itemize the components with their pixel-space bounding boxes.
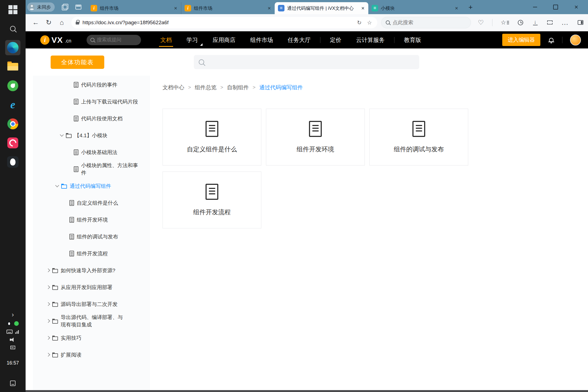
sidebar-item[interactable]: 扩展阅读 <box>33 346 150 363</box>
tab-close-button[interactable]: × <box>454 5 459 11</box>
nav-item[interactable]: 教育版 <box>397 31 428 48</box>
sidebar-item[interactable]: 【4.1】小模块 <box>33 127 150 144</box>
nav-divider <box>320 37 320 43</box>
logo-brand: VX <box>51 35 63 45</box>
chrome-button[interactable] <box>5 116 20 131</box>
wechat-tray-icon[interactable] <box>14 321 19 326</box>
chevron-down-icon[interactable] <box>55 183 59 187</box>
lock-icon[interactable] <box>76 22 79 24</box>
sidebar-item[interactable]: 小模块的属性、方法和事件 <box>33 161 150 177</box>
doc-search-input[interactable] <box>207 59 414 65</box>
doc-card[interactable]: 自定义组件是什么 <box>163 109 261 166</box>
downloads-icon[interactable]: ↓ <box>532 20 538 25</box>
layers-icon[interactable] <box>62 4 68 10</box>
new-tab-button[interactable]: + <box>466 3 475 11</box>
chevron-right-icon[interactable] <box>46 302 50 306</box>
breadcrumb-item[interactable]: 自制组件 <box>227 84 249 91</box>
sidebar-item[interactable]: 通过代码编写组件 <box>33 177 150 194</box>
notifications-bell-icon[interactable] <box>549 38 553 42</box>
sidebar-item[interactable]: 源码导出部署与二次开发 <box>33 296 150 313</box>
green-app-button[interactable] <box>5 78 20 93</box>
sidebar-item[interactable]: 小模块基础用法 <box>33 144 150 161</box>
browser-tab[interactable]: 通过代码编写组件 | iVX文档中心× <box>275 2 368 14</box>
doc-search-box[interactable] <box>194 55 419 69</box>
chevron-down-icon[interactable] <box>60 133 64 137</box>
refresh-circle-icon[interactable]: ↻ <box>356 19 363 26</box>
nav-item[interactable]: 任务大厅 <box>280 31 318 48</box>
chevron-right-icon[interactable] <box>46 336 50 340</box>
home-button[interactable]: ⌂ <box>56 17 68 28</box>
chevron-right-icon[interactable] <box>46 319 50 323</box>
ivx-logo[interactable]: i VX .cn <box>40 35 71 45</box>
browser-tab[interactable]: 小模块× <box>368 2 462 14</box>
taskbar-search-button[interactable] <box>5 21 20 36</box>
internet-explorer-button[interactable]: e <box>5 97 20 112</box>
sidebar-item[interactable]: 上传与下载云端代码片段 <box>33 93 150 110</box>
tab-close-button[interactable]: × <box>267 5 272 11</box>
maximize-button[interactable] <box>549 2 562 13</box>
nav-item[interactable]: 应用商店 <box>205 31 243 48</box>
chevron-right-icon[interactable] <box>46 268 50 272</box>
nav-item[interactable]: 云计算服务 <box>349 31 392 48</box>
network-icon[interactable] <box>15 330 19 334</box>
breadcrumb-item[interactable]: 组件总览 <box>195 84 217 91</box>
address-bar[interactable]: https://doc.ivx.cn/?page=18f95622a6f ↻ ☆ <box>71 17 377 28</box>
tray-expand-icon[interactable]: › <box>12 312 14 317</box>
reload-button[interactable]: ↻ <box>43 17 54 28</box>
chevron-right-icon[interactable] <box>46 353 50 357</box>
browser-profile-chip[interactable]: 未同步 <box>27 2 55 12</box>
tab-close-button[interactable]: × <box>173 5 178 11</box>
doc-card[interactable]: 组件的调试与发布 <box>369 109 468 166</box>
sidebar-item[interactable]: 如何快速导入外部资源? <box>33 262 150 279</box>
toolbar-search-input[interactable] <box>393 20 452 26</box>
header-search-input[interactable] <box>97 37 132 43</box>
favorite-star-icon[interactable]: ☆ <box>366 19 373 26</box>
back-button[interactable]: ← <box>30 17 41 28</box>
speaker-icon[interactable] <box>10 338 16 342</box>
favorites-icon[interactable]: ☆ <box>501 19 509 26</box>
breadcrumb-item[interactable]: 文档中心 <box>163 84 184 91</box>
close-window-button[interactable]: × <box>570 2 583 13</box>
browser-essentials-icon[interactable]: ♡ <box>477 19 484 26</box>
sidebar-item[interactable]: 从应用开发到应用部署 <box>33 279 150 296</box>
qq-tray-icon[interactable] <box>7 321 11 326</box>
sidebar-toggle-icon[interactable] <box>577 20 584 25</box>
web-capture-icon[interactable] <box>547 20 553 24</box>
browser-tab[interactable]: 组件市场× <box>87 2 181 14</box>
nav-item[interactable]: 组件市场 <box>243 31 280 48</box>
sidebar-item[interactable]: 组件的调试与发布 <box>33 228 150 245</box>
ethernet-icon[interactable] <box>10 346 15 349</box>
user-avatar[interactable] <box>570 35 581 45</box>
nav-item[interactable]: 定价 <box>323 31 349 48</box>
chevron-right-icon[interactable] <box>46 285 50 289</box>
edge-taskbar-button[interactable] <box>5 40 20 55</box>
start-button[interactable] <box>5 2 20 17</box>
sidebar-item[interactable]: 组件开发流程 <box>33 245 150 262</box>
minimize-button[interactable] <box>529 2 541 13</box>
file-explorer-button[interactable] <box>5 59 20 74</box>
enter-editor-button[interactable]: 进入编辑器 <box>502 34 540 46</box>
keyboard-tray-icon[interactable] <box>7 330 13 334</box>
doc-card[interactable]: 组件开发流程 <box>163 171 261 228</box>
window-icon[interactable] <box>75 5 81 10</box>
settings-more-icon[interactable]: … <box>561 18 569 27</box>
sidebar-item[interactable]: 组件开发环境 <box>33 211 150 228</box>
red-app-button[interactable] <box>5 135 20 151</box>
all-features-button[interactable]: 全体功能表 <box>51 56 104 69</box>
nav-item[interactable]: 学习 <box>179 31 205 48</box>
nav-item[interactable]: 文档 <box>153 31 179 48</box>
sidebar-item[interactable]: 代码片段使用文档 <box>33 110 150 127</box>
action-center-icon[interactable] <box>10 381 16 386</box>
qq-button[interactable] <box>5 154 20 170</box>
sidebar-item[interactable]: 导出源代码、编译部署、与现有项目集成 <box>33 313 150 329</box>
toolbar-search-box[interactable] <box>381 17 471 28</box>
sidebar-item[interactable]: 代码片段的事件 <box>33 76 150 93</box>
taskbar-clock[interactable]: 16:57 <box>7 360 19 366</box>
history-icon[interactable] <box>517 20 524 25</box>
sidebar-item[interactable]: 自定义组件是什么 <box>33 194 150 211</box>
sidebar-item[interactable]: 实用技巧 <box>33 329 150 346</box>
browser-tab[interactable]: 组件市场× <box>181 2 275 14</box>
tab-close-button[interactable]: × <box>360 5 366 11</box>
doc-card[interactable]: 组件开发环境 <box>266 109 365 166</box>
header-search-box[interactable] <box>87 35 141 45</box>
